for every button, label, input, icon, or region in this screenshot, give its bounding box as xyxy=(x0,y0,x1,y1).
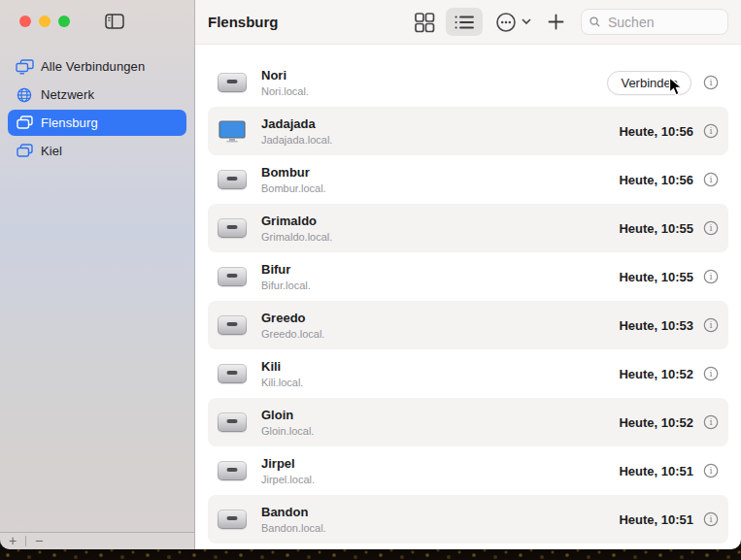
table-row[interactable]: Grimaldo Grimaldo.local. Heute, 10:55 i xyxy=(208,204,728,252)
table-row[interactable]: Jirpel Jirpel.local. Heute, 10:51 i xyxy=(208,446,728,495)
mac-mini-icon xyxy=(218,510,247,529)
info-icon[interactable]: i xyxy=(703,123,719,139)
last-connected-time: Heute, 10:52 xyxy=(619,367,693,381)
sidebar-item-alle-verbindungen[interactable]: Alle Verbindungen xyxy=(8,53,186,80)
connection-host: Bifur.local. xyxy=(261,279,311,292)
svg-text:i: i xyxy=(709,174,712,184)
table-row[interactable]: Gloin Gloin.local. Heute, 10:52 i xyxy=(208,398,728,446)
connection-name: Gloin xyxy=(261,408,314,423)
sidebar: Alle Verbindungen Netzwerk xyxy=(0,0,195,549)
connection-host: Gloin.local. xyxy=(261,424,314,438)
window-controls xyxy=(0,0,194,42)
connect-button[interactable]: Verbinden xyxy=(607,71,691,95)
last-connected-time: Heute, 10:51 xyxy=(619,512,693,527)
table-row[interactable]: Bombur Bombur.local. Heute, 10:56 i xyxy=(208,155,728,204)
connection-host: Jadajada.local. xyxy=(261,133,332,147)
connection-host: Grimaldo.local. xyxy=(261,230,332,244)
connection-host: Jirpel.local. xyxy=(261,473,315,486)
mac-mini-icon xyxy=(218,461,247,480)
sidebar-footer: + − xyxy=(0,532,194,549)
connection-host: Greedo.local. xyxy=(261,327,324,341)
mac-mini-icon xyxy=(218,170,247,189)
connection-name: Bombur xyxy=(261,165,326,181)
sidebar-spacer xyxy=(0,164,194,532)
last-connected-time: Heute, 10:51 xyxy=(619,464,693,478)
last-connected-time: Heute, 10:56 xyxy=(619,124,693,139)
sidebar-item-label: Alle Verbindungen xyxy=(41,59,145,74)
last-connected-time: Heute, 10:53 xyxy=(619,318,693,333)
connection-name: Nori xyxy=(261,68,309,83)
search-field[interactable] xyxy=(581,9,728,35)
connection-list: Nori Nori.local. Verbinden i xyxy=(195,45,741,549)
info-icon[interactable]: i xyxy=(703,220,719,236)
mac-mini-icon xyxy=(218,412,247,432)
info-icon[interactable]: i xyxy=(703,511,719,527)
connection-host: Kili.local. xyxy=(261,376,303,389)
info-icon[interactable]: i xyxy=(703,414,719,430)
table-row[interactable]: Nori Nori.local. Verbinden i xyxy=(208,58,728,107)
connection-host: Nori.local. xyxy=(261,84,309,98)
svg-text:i: i xyxy=(709,465,712,476)
table-row[interactable]: Bifur Bifur.local. Heute, 10:55 i xyxy=(208,252,728,301)
list-view-button[interactable] xyxy=(446,8,483,36)
info-icon[interactable]: i xyxy=(703,172,719,187)
sidebar-item-label: Kiel xyxy=(41,144,62,158)
info-icon[interactable]: i xyxy=(703,317,719,333)
svg-text:i: i xyxy=(709,368,712,379)
sidebar-item-flensburg[interactable]: Flensburg xyxy=(8,110,186,136)
sidebar-toggle-icon[interactable] xyxy=(105,14,124,29)
info-icon[interactable]: i xyxy=(703,75,719,90)
connection-name: Grimaldo xyxy=(261,214,332,229)
page-title: Flensburg xyxy=(208,14,279,30)
svg-text:i: i xyxy=(709,271,712,281)
chevron-down-icon xyxy=(522,18,531,25)
mac-mini-icon xyxy=(218,364,247,383)
last-connected-time: Heute, 10:56 xyxy=(619,173,693,187)
table-row[interactable]: Jadajada Jadajada.local. Heute, 10:56 i xyxy=(208,107,728,155)
sidebar-item-label: Flensburg xyxy=(41,115,98,130)
last-connected-time: Heute, 10:55 xyxy=(619,270,693,284)
sidebar-item-netzwerk[interactable]: Netzwerk xyxy=(8,82,186,108)
connection-host: Bandon.local. xyxy=(261,521,326,535)
minimize-button[interactable] xyxy=(39,16,51,27)
table-row[interactable]: Bandon Bandon.local. Heute, 10:51 i xyxy=(208,495,728,544)
desktop: Alle Verbindungen Netzwerk xyxy=(0,0,741,560)
globe-icon xyxy=(15,86,34,104)
connection-host: Bombur.local. xyxy=(261,181,326,195)
connection-name: Jirpel xyxy=(261,456,315,472)
mac-mini-icon xyxy=(218,267,247,286)
info-icon[interactable]: i xyxy=(703,463,719,478)
displays-icon xyxy=(15,58,34,76)
info-icon[interactable]: i xyxy=(703,269,719,284)
sidebar-nav: Alle Verbindungen Netzwerk xyxy=(0,53,194,164)
add-connection-button[interactable]: + xyxy=(0,534,25,548)
sidebar-item-label: Netzwerk xyxy=(41,87,94,102)
svg-text:i: i xyxy=(709,77,712,87)
connection-name: Greedo xyxy=(261,311,324,326)
sidebar-item-kiel[interactable]: Kiel xyxy=(8,138,186,164)
last-connected-time: Heute, 10:52 xyxy=(619,415,693,430)
mac-mini-icon xyxy=(218,73,247,92)
last-connected-time: Heute, 10:55 xyxy=(619,221,693,236)
svg-text:i: i xyxy=(709,319,712,330)
main-panel: Flensburg xyxy=(195,0,741,549)
table-row[interactable]: Kili Kili.local. Heute, 10:52 i xyxy=(208,349,728,398)
svg-text:i: i xyxy=(709,125,712,136)
more-options-button[interactable] xyxy=(495,12,531,33)
close-button[interactable] xyxy=(19,16,31,27)
mac-mini-icon xyxy=(218,315,247,335)
zoom-button[interactable] xyxy=(58,16,70,27)
grid-view-button[interactable] xyxy=(414,12,435,33)
group-icon xyxy=(15,115,34,132)
table-row[interactable]: Greedo Greedo.local. Heute, 10:53 i xyxy=(208,301,728,349)
search-icon xyxy=(589,16,600,28)
mac-mini-icon xyxy=(218,218,247,238)
connection-name: Bifur xyxy=(261,262,311,278)
svg-text:i: i xyxy=(709,222,712,233)
info-icon[interactable]: i xyxy=(703,366,719,381)
search-input[interactable] xyxy=(606,14,720,31)
connection-name: Jadajada xyxy=(261,116,332,132)
add-button[interactable] xyxy=(548,14,564,30)
remove-connection-button[interactable]: − xyxy=(26,534,51,548)
svg-text:i: i xyxy=(709,416,712,427)
